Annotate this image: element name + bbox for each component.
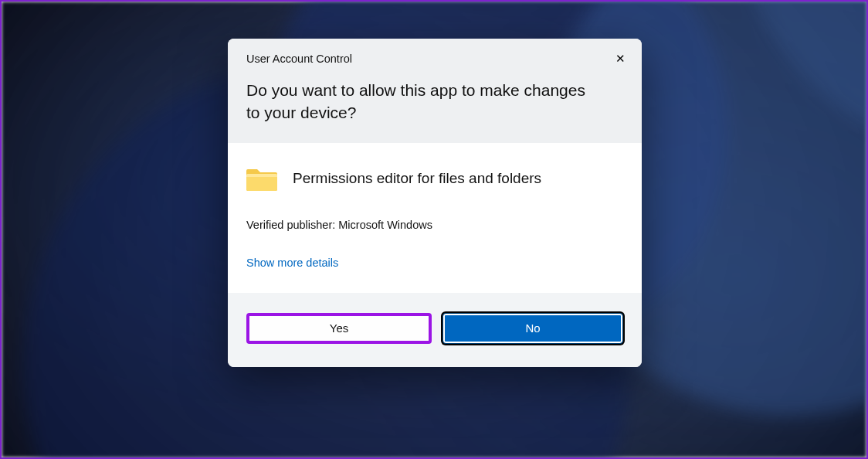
dialog-question: Do you want to allow this app to make ch… [246, 79, 623, 124]
uac-dialog: User Account Control ✕ Do you want to al… [228, 39, 642, 367]
dialog-header: User Account Control ✕ Do you want to al… [228, 39, 642, 143]
publisher-line: Verified publisher: Microsoft Windows [246, 219, 623, 231]
dialog-footer: Yes No [228, 293, 642, 367]
folder-icon [246, 165, 277, 192]
show-more-details-link[interactable]: Show more details [246, 257, 338, 269]
no-button[interactable]: No [442, 313, 623, 344]
app-name: Permissions editor for files and folders [293, 170, 541, 187]
dialog-body: Permissions editor for files and folders… [228, 143, 642, 293]
dialog-title: User Account Control [246, 53, 623, 65]
close-icon[interactable]: ✕ [611, 49, 629, 68]
app-row: Permissions editor for files and folders [246, 165, 623, 192]
yes-button[interactable]: Yes [246, 313, 432, 344]
